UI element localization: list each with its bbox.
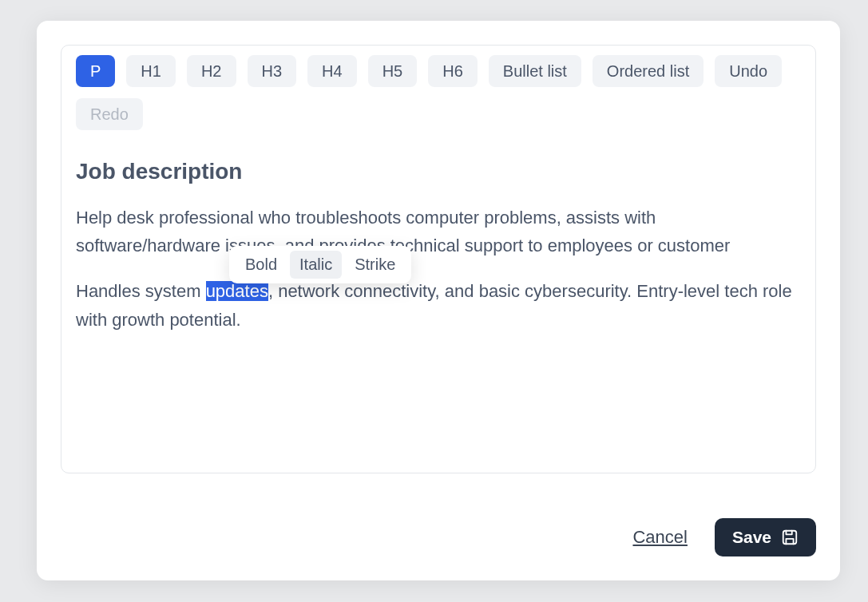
p2-pre: Handles system [76,281,206,301]
paragraph-2[interactable]: Handles system updates, network connecti… [76,277,801,333]
editor-body[interactable]: Help desk professional who troubleshoots… [76,204,801,351]
h5-button[interactable]: H5 [368,55,418,87]
bubble-menu: Bold Italic Strike [229,246,411,283]
ordered-list-button[interactable]: Ordered list [593,55,704,87]
editor-container: P H1 H2 H3 H4 H5 H6 Bullet list Ordered … [61,45,816,473]
modal-footer: Cancel Save [61,499,816,556]
h1-button[interactable]: H1 [126,55,176,87]
italic-button[interactable]: Italic [290,251,342,279]
redo-button[interactable]: Redo [76,98,143,130]
svg-rect-0 [783,531,797,545]
save-icon [781,529,799,546]
h4-button[interactable]: H4 [307,55,357,87]
h3-button[interactable]: H3 [248,55,297,87]
selected-text[interactable]: updates [206,281,268,301]
block-toolbar: P H1 H2 H3 H4 H5 H6 Bullet list Ordered … [76,55,801,137]
cancel-button[interactable]: Cancel [632,527,687,548]
strike-button[interactable]: Strike [345,251,405,279]
h2-button[interactable]: H2 [187,55,236,87]
editor-heading[interactable]: Job description [76,159,801,184]
bullet-list-button[interactable]: Bullet list [489,55,581,87]
undo-button[interactable]: Undo [715,55,782,87]
paragraph-1[interactable]: Help desk professional who troubleshoots… [76,204,801,259]
save-label: Save [732,528,771,547]
h6-button[interactable]: H6 [428,55,478,87]
save-button[interactable]: Save [715,518,816,556]
editor-modal: P H1 H2 H3 H4 H5 H6 Bullet list Ordered … [37,21,840,580]
bold-button[interactable]: Bold [236,251,287,279]
paragraph-button[interactable]: P [76,55,115,87]
